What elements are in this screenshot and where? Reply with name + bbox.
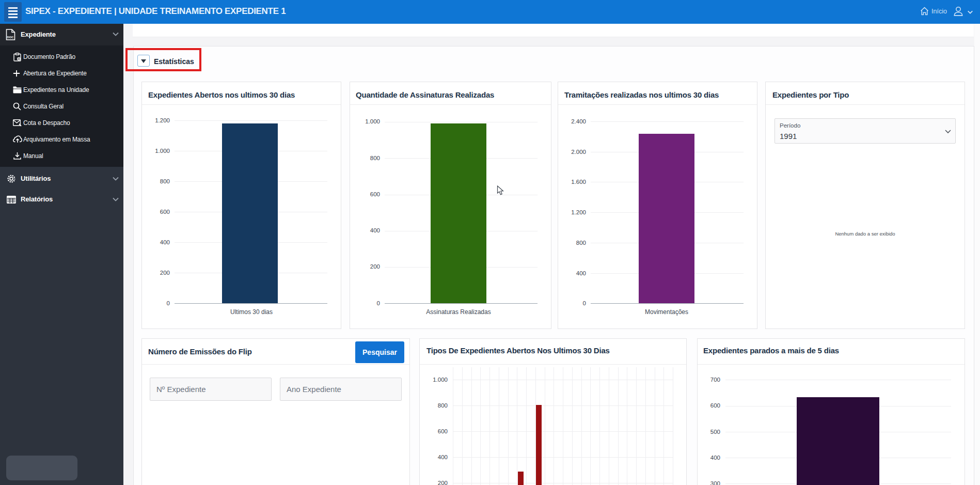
svg-text:DOC: DOC xyxy=(7,36,14,39)
